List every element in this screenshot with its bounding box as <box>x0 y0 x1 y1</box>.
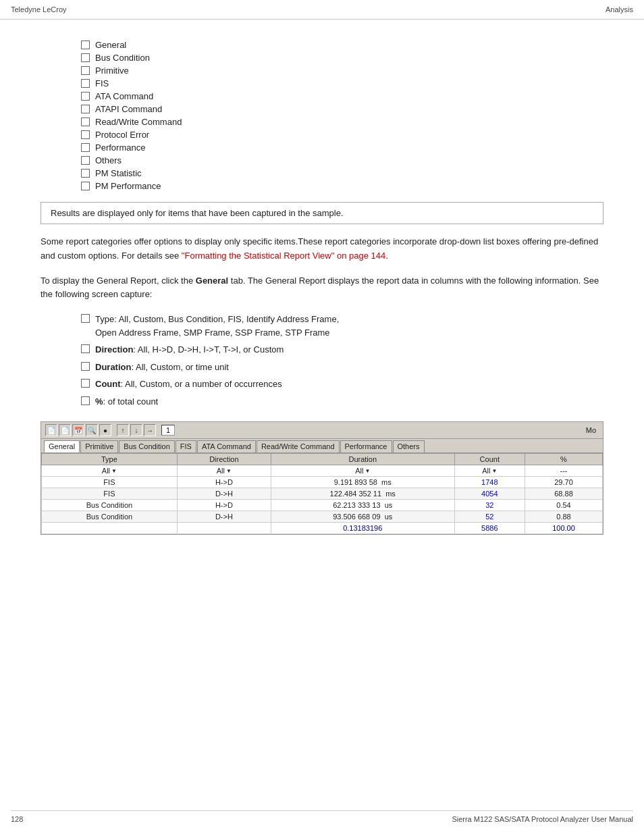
list-item: Protocol Error <box>81 130 603 140</box>
checkbox-icon <box>81 182 90 190</box>
cell-direction: D->H <box>177 511 271 523</box>
toolbar-icon-up[interactable]: ↑ <box>117 424 129 436</box>
screenshot-toolbar: 📄 📄 📅 🔍 ● ↑ ↓ → Mo <box>41 422 603 439</box>
header-right: Analysis <box>606 5 633 14</box>
list-item: FIS <box>81 78 603 88</box>
header-left: Teledyne LeCroy <box>11 5 67 14</box>
tab-readwrite-command[interactable]: Read/Write Command <box>257 440 340 452</box>
list-item: PM Performance <box>81 181 603 191</box>
footer-page-number: 128 <box>11 815 23 823</box>
toolbar-icon-2[interactable]: 📄 <box>59 424 71 436</box>
checkbox-icon <box>81 344 90 353</box>
list-item: Others <box>81 155 603 165</box>
cell-pct: 68.88 <box>525 488 602 500</box>
page-footer: 128 Sierra M122 SAS/SATA Protocol Analyz… <box>11 810 633 823</box>
tab-performance[interactable]: Performance <box>340 440 392 452</box>
table-row: FIS D->H 122.484 352 11 ms 4054 68.88 <box>42 488 603 500</box>
checkbox-icon <box>81 169 90 178</box>
note-text: Results are displayed only for items tha… <box>51 208 344 218</box>
cell-count: 52 <box>454 511 525 523</box>
toolbar-icon-down[interactable]: ↓ <box>130 424 142 436</box>
checkbox-icon <box>81 53 90 62</box>
cell-type: Bus Condition <box>42 500 178 511</box>
toolbar-icon-4[interactable]: 🔍 <box>86 424 98 436</box>
toolbar-icon-5[interactable]: ● <box>99 424 111 436</box>
checkbox-icon <box>81 79 90 88</box>
category-checklist: GeneralBus ConditionPrimitiveFISATA Comm… <box>81 40 603 191</box>
cell-type: FIS <box>42 477 178 488</box>
checkbox-icon <box>81 143 90 152</box>
checkbox-icon <box>81 92 90 101</box>
dir-dropdown-arrow[interactable]: ▼ <box>226 468 232 474</box>
total-count: 5886 <box>454 523 525 534</box>
table-row: FIS H->D 9.191 893 58 ms 1748 29.70 <box>42 477 603 488</box>
cell-count: 32 <box>454 500 525 511</box>
para2-text: To display the General Report, click the <box>41 276 196 286</box>
checkbox-icon <box>81 156 90 165</box>
list-item: %: of total count <box>81 395 603 409</box>
toolbar-icons: 📄 📄 📅 🔍 ● ↑ ↓ → <box>45 424 175 436</box>
mo-label: Mo <box>586 426 599 434</box>
cell-duration: 93.506 668 09 us <box>271 511 454 523</box>
type-dropdown-arrow[interactable]: ▼ <box>111 468 117 474</box>
cell-duration: 62.213 333 13 us <box>271 500 454 511</box>
cell-direction: D->H <box>177 488 271 500</box>
tab-ata-command[interactable]: ATA Command <box>197 440 256 452</box>
table-row: Bus Condition D->H 93.506 668 09 us 52 0… <box>42 511 603 523</box>
filter-direction[interactable]: All ▼ <box>177 465 271 477</box>
cell-pct: 29.70 <box>525 477 602 488</box>
toolbar-icon-arrow[interactable]: → <box>144 424 156 436</box>
list-item: Performance <box>81 142 603 153</box>
toolbar-icon-3[interactable]: 📅 <box>72 424 84 436</box>
cell-direction: H->D <box>177 500 271 511</box>
checkbox-icon <box>81 130 90 139</box>
page-header: Teledyne LeCroy Analysis <box>0 0 644 20</box>
tab-bus-condition[interactable]: Bus Condition <box>119 440 175 452</box>
cell-direction: H->D <box>177 477 271 488</box>
toolbar-icon-1[interactable]: 📄 <box>45 424 57 436</box>
paragraph-1: Some report categories offer options to … <box>41 235 603 263</box>
checkbox-icon <box>81 105 90 113</box>
list-item: Bus Condition <box>81 53 603 63</box>
total-row: 0.13183196 5886 100.00 <box>42 523 603 534</box>
total-duration: 0.13183196 <box>271 523 454 534</box>
filter-pct: --- <box>525 465 602 477</box>
list-item: PM Statistic <box>81 168 603 178</box>
tab-fis[interactable]: FIS <box>176 440 196 452</box>
tab-primitive[interactable]: Primitive <box>80 440 118 452</box>
total-direction <box>177 523 271 534</box>
checkbox-icon <box>81 118 90 126</box>
tab-general[interactable]: General <box>44 440 80 452</box>
filter-duration[interactable]: All ▼ <box>271 465 454 477</box>
general-bold: General <box>196 276 228 286</box>
checkbox-icon <box>81 66 90 75</box>
total-type <box>42 523 178 534</box>
filter-type[interactable]: All ▼ <box>42 465 178 477</box>
filter-row: All ▼ All ▼ All <box>42 465 603 477</box>
table-area: Type Direction Duration Count % All ▼ <box>41 453 603 534</box>
note-box: Results are displayed only for items tha… <box>41 202 603 224</box>
col-header-direction: Direction <box>177 454 271 465</box>
cell-count: 4054 <box>454 488 525 500</box>
formatting-link[interactable]: "Formatting the Statistical Report View"… <box>182 251 385 261</box>
list-item: Type: All, Custom, Bus Condition, FIS, I… <box>81 313 603 339</box>
table-row: Bus Condition H->D 62.213 333 13 us 32 0… <box>42 500 603 511</box>
list-item: Duration: All, Custom, or time unit <box>81 361 603 374</box>
col-header-pct: % <box>525 454 602 465</box>
footer-title: Sierra M122 SAS/SATA Protocol Analyzer U… <box>452 815 633 823</box>
list-item: General <box>81 40 603 50</box>
count-dropdown-arrow[interactable]: ▼ <box>491 468 497 474</box>
col-header-count: Count <box>454 454 525 465</box>
screenshot-container: 📄 📄 📅 🔍 ● ↑ ↓ → Mo General Primitive Bus… <box>41 421 603 535</box>
dur-dropdown-arrow[interactable]: ▼ <box>365 468 370 474</box>
total-pct: 100.00 <box>525 523 602 534</box>
paragraph-2: To display the General Report, click the… <box>41 274 603 303</box>
list-item: Direction: All, H->D, D->H, I->T, T->I, … <box>81 343 603 357</box>
sub-checklist: Type: All, Custom, Bus Condition, FIS, I… <box>81 313 603 408</box>
cell-type: Bus Condition <box>42 511 178 523</box>
toolbar-page-input[interactable] <box>161 425 175 436</box>
checkbox-icon <box>81 396 90 405</box>
cell-duration: 122.484 352 11 ms <box>271 488 454 500</box>
tab-others[interactable]: Others <box>393 440 425 452</box>
filter-count[interactable]: All ▼ <box>454 465 525 477</box>
